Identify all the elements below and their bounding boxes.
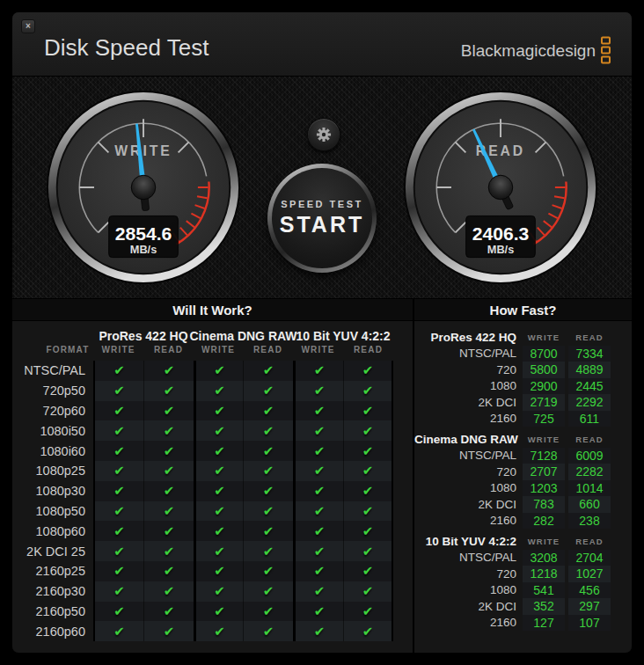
check-icon: ✔ <box>314 403 326 419</box>
table-row: 2K DCI 25✔✔✔✔✔✔ <box>12 541 413 561</box>
will-it-work-table: NTSC/PAL✔✔✔✔✔✔720p50✔✔✔✔✔✔720p60✔✔✔✔✔✔10… <box>12 361 413 641</box>
result-cell: ✔ <box>293 561 343 581</box>
gauge-section: WRITE 2854.6 MB/ <box>12 76 632 299</box>
result-cell: ✔ <box>243 461 293 481</box>
table-row: 2K DCI783660 <box>414 496 632 513</box>
check-icon: ✔ <box>362 603 374 619</box>
result-cell: ✔ <box>343 621 393 641</box>
result-cell: ✔ <box>343 521 393 541</box>
result-cell: ✔ <box>93 461 143 481</box>
read-fps-value: 297 <box>568 598 611 615</box>
check-icon: ✔ <box>362 523 374 539</box>
how-fast-panel: How Fast? ProRes 422 HQWRITEREADNTSC/PAL… <box>414 299 632 653</box>
result-cell: ✔ <box>343 381 393 401</box>
format-label: 2K DCI 25 <box>12 544 93 559</box>
check-icon: ✔ <box>362 383 374 398</box>
table-row: 2K DCI352297 <box>414 598 632 615</box>
result-cell: ✔ <box>293 381 343 401</box>
start-button-face[interactable]: SPEED TEST START <box>272 168 372 268</box>
table-row: 1080p25✔✔✔✔✔✔ <box>12 461 413 481</box>
write-column-header: WRITE <box>523 537 565 546</box>
result-cell: ✔ <box>143 501 194 522</box>
result-cell: ✔ <box>93 401 143 421</box>
check-icon: ✔ <box>113 483 125 499</box>
check-icon: ✔ <box>113 544 125 559</box>
check-icon: ✔ <box>164 423 175 439</box>
format-column-header: FORMAT <box>46 345 89 354</box>
table-row: 1080i50✔✔✔✔✔✔ <box>12 420 413 441</box>
result-cell: ✔ <box>194 602 243 622</box>
section-header-row: ProRes 422 HQWRITEREAD <box>414 329 632 346</box>
result-cell: ✔ <box>93 581 143 602</box>
result-cell: ✔ <box>93 501 143 522</box>
write-fps-value: 5800 <box>523 362 565 378</box>
result-cell: ✔ <box>243 521 293 541</box>
read-column-header: READ <box>568 537 611 546</box>
result-cell: ✔ <box>194 441 243 461</box>
table-row: NTSC/PAL✔✔✔✔✔✔ <box>12 361 413 381</box>
check-icon: ✔ <box>263 443 274 459</box>
write-fps-value: 1203 <box>523 480 565 497</box>
result-cell: ✔ <box>143 401 194 421</box>
format-label: 720p60 <box>12 404 93 418</box>
result-cell: ✔ <box>293 602 343 622</box>
brand-logo: Blackmagicdesign <box>461 37 611 64</box>
format-label: NTSC/PAL <box>12 363 93 377</box>
format-label: 2160 <box>414 616 516 629</box>
format-label: 1080p50 <box>12 504 93 518</box>
check-icon: ✔ <box>164 463 175 479</box>
result-cell: ✔ <box>293 581 343 602</box>
close-button[interactable]: × <box>21 19 35 33</box>
check-icon: ✔ <box>314 544 326 559</box>
result-cell: ✔ <box>143 361 194 381</box>
check-icon: ✔ <box>164 603 175 619</box>
check-icon: ✔ <box>263 463 274 479</box>
table-row: 72012181027 <box>414 566 632 582</box>
table-row: 2160p60✔✔✔✔✔✔ <box>12 621 413 641</box>
result-cell: ✔ <box>143 602 194 622</box>
format-label: 1080p30 <box>12 484 93 498</box>
table-row: 2160p25✔✔✔✔✔✔ <box>12 561 413 581</box>
start-button[interactable]: SPEED TEST START <box>267 164 377 273</box>
write-column-header: WRITE <box>201 345 235 354</box>
check-icon: ✔ <box>362 362 374 378</box>
read-fps-value: 107 <box>568 615 611 632</box>
format-label: 2160p50 <box>12 604 93 618</box>
check-icon: ✔ <box>263 383 274 398</box>
check-icon: ✔ <box>263 624 274 639</box>
gear-icon <box>314 125 333 144</box>
result-cell: ✔ <box>93 420 143 441</box>
check-icon: ✔ <box>113 523 125 539</box>
will-it-work-title: Will It Work? <box>12 299 413 321</box>
result-cell: ✔ <box>93 381 143 401</box>
table-row: 1080p30✔✔✔✔✔✔ <box>12 481 413 501</box>
result-cell: ✔ <box>343 561 393 581</box>
settings-button[interactable] <box>307 118 340 151</box>
result-cell: ✔ <box>343 481 393 501</box>
check-icon: ✔ <box>314 503 326 519</box>
check-icon: ✔ <box>164 362 175 378</box>
codec-header: ProRes 422 HQ <box>99 329 187 343</box>
result-cell: ✔ <box>194 381 243 401</box>
write-fps-value: 783 <box>523 496 565 513</box>
format-label: 1080i60 <box>12 444 93 458</box>
needle-hub <box>488 175 513 200</box>
check-icon: ✔ <box>214 523 225 539</box>
start-button-subtitle: SPEED TEST <box>281 199 362 209</box>
table-row: 1080p50✔✔✔✔✔✔ <box>12 501 413 522</box>
check-icon: ✔ <box>164 523 175 539</box>
check-icon: ✔ <box>214 463 225 479</box>
format-label: NTSC/PAL <box>414 551 516 564</box>
result-cell: ✔ <box>293 541 343 561</box>
result-cell: ✔ <box>243 481 293 501</box>
write-column-header: WRITE <box>523 332 565 342</box>
result-cell: ✔ <box>293 420 343 441</box>
read-column-header: READ <box>568 435 611 444</box>
gauge-value-box: 2406.3 MB/s <box>466 216 536 257</box>
check-icon: ✔ <box>263 362 274 378</box>
format-label: 720p50 <box>12 384 93 398</box>
check-icon: ✔ <box>214 443 225 459</box>
result-cell: ✔ <box>194 481 243 501</box>
check-icon: ✔ <box>113 603 125 619</box>
column-header-row: FORMATWRITEREADWRITEREADWRITEREAD <box>12 345 413 358</box>
